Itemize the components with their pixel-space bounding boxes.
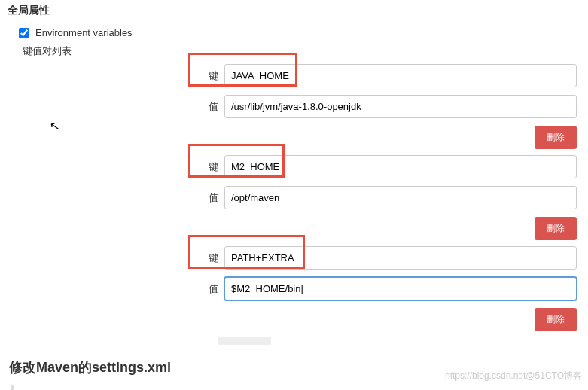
delete-button[interactable]: 删除 bbox=[535, 308, 577, 331]
kv-list-label: 键值对列表 bbox=[0, 41, 588, 64]
delete-button[interactable]: 删除 bbox=[535, 126, 577, 149]
code-block: mkdir /root/repo 创建本地仓库目录 vi /opt/maven/… bbox=[11, 385, 588, 390]
value-input[interactable] bbox=[224, 186, 577, 209]
env-vars-checkbox-row: Environment variables bbox=[0, 21, 588, 41]
key-label: 键 bbox=[196, 69, 218, 83]
env-vars-label: Environment variables bbox=[35, 27, 133, 38]
kv-entry-0: 键 值 删除 bbox=[196, 64, 577, 149]
cursor-pointer-icon: ↖ bbox=[48, 118, 60, 134]
kv-entry-1: 键 值 删除 bbox=[196, 155, 577, 240]
value-label: 值 bbox=[196, 100, 218, 114]
value-input[interactable] bbox=[224, 277, 577, 300]
value-input[interactable] bbox=[224, 95, 577, 118]
key-input[interactable] bbox=[224, 246, 577, 270]
watermark: https://blog.csdn.net@51CTO博客 bbox=[445, 370, 582, 382]
delete-button[interactable]: 删除 bbox=[535, 217, 577, 240]
section-title: 全局属性 bbox=[0, 0, 588, 21]
value-label: 值 bbox=[196, 282, 218, 296]
key-input[interactable] bbox=[224, 155, 577, 178]
divider-placeholder bbox=[218, 337, 271, 345]
key-input[interactable] bbox=[224, 64, 577, 87]
key-label: 键 bbox=[196, 160, 218, 174]
key-label: 键 bbox=[196, 251, 218, 265]
kv-entry-2: 键 值 删除 bbox=[196, 246, 577, 331]
value-label: 值 bbox=[196, 191, 218, 205]
env-vars-checkbox[interactable] bbox=[19, 28, 29, 38]
